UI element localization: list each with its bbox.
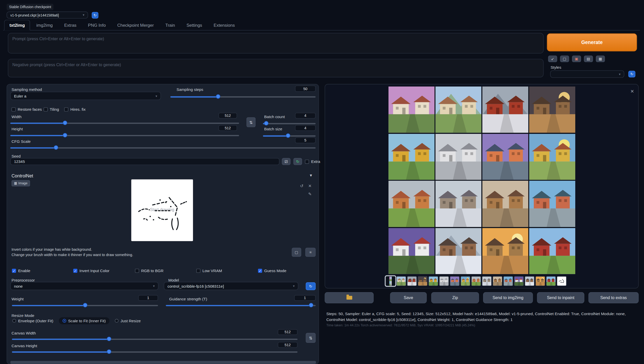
style-save-button[interactable]: ▦ (596, 55, 605, 62)
canvas-width-slider[interactable] (12, 337, 298, 342)
thumbnail-grid[interactable] (386, 276, 396, 286)
restore-faces-checkbox[interactable]: Restore faces (11, 107, 42, 111)
send-to-inpaint-button[interactable]: Send to inpaint (537, 292, 584, 303)
tab-checkpoint-merger[interactable]: Checkpoint Merger (112, 20, 159, 31)
reuse-seed-button[interactable]: ↻ (293, 158, 302, 165)
width-slider[interactable] (10, 121, 239, 126)
tab-train[interactable]: Train (160, 20, 180, 31)
gallery-image-11[interactable] (482, 181, 528, 227)
thumbnail-image-11[interactable] (493, 276, 502, 286)
canvas-height-value[interactable]: 512 (278, 342, 298, 348)
send-to-extras-button[interactable]: Send to extras (589, 292, 639, 303)
thumbnail-image-13[interactable] (514, 276, 524, 286)
cfg-scale-slider[interactable] (10, 145, 316, 151)
gallery-image-14[interactable] (435, 228, 481, 274)
gallery-image-6[interactable] (435, 134, 481, 180)
save-button[interactable]: Save (390, 292, 427, 303)
thumbnail-image-10[interactable] (482, 276, 492, 286)
gallery-image-5[interactable] (388, 134, 435, 180)
canvas-width-value[interactable]: 512 (278, 329, 298, 335)
checkpoint-refresh-button[interactable]: ↻ (92, 12, 99, 18)
zip-button[interactable]: Zip (431, 292, 479, 303)
clear-image-icon[interactable]: ✕ (308, 184, 312, 188)
gallery-image-4[interactable] (529, 86, 575, 133)
paste-params-button[interactable]: ↙ (548, 55, 557, 62)
resize-scale-to-fit-radio[interactable]: Scale to Fit (Inner Fit) (59, 317, 109, 324)
collapsed-accordion-bar[interactable] (10, 361, 316, 364)
preprocessor-select[interactable]: none ▾ (10, 282, 158, 290)
thumbnail-image-7[interactable] (450, 276, 460, 286)
gallery-image-15[interactable] (482, 228, 528, 274)
gallery-image-8[interactable] (529, 134, 575, 180)
thumbnail-image-16[interactable] (546, 276, 556, 286)
thumbnail-image-8[interactable] (460, 276, 470, 286)
thumbnail-image-6[interactable] (439, 276, 449, 286)
sampling-method-select[interactable]: Euler a ▾ (10, 92, 161, 100)
gallery-image-16[interactable] (529, 228, 575, 274)
tab-settings[interactable]: Settings (181, 20, 207, 31)
gallery-image-13[interactable] (388, 228, 435, 274)
gallery-image-7[interactable] (482, 134, 528, 180)
prompt-input[interactable] (8, 33, 544, 53)
style-apply-button[interactable]: ▤ (584, 55, 593, 62)
thumbnail-image-14[interactable] (525, 276, 535, 286)
open-new-canvas-button[interactable]: ▢ (292, 248, 301, 257)
canvas-settings-button[interactable]: ≡ (305, 248, 316, 257)
gallery-image-12[interactable] (529, 181, 575, 227)
negative-prompt-input[interactable] (8, 59, 544, 77)
guidance-strength-slider[interactable] (166, 303, 315, 308)
thumbnail-image-12[interactable] (503, 276, 513, 286)
hires-fix-checkbox[interactable]: Hires. fix (64, 107, 86, 111)
height-value[interactable]: 512 (218, 125, 237, 131)
sampling-steps-slider[interactable] (170, 94, 316, 100)
guidance-strength-value[interactable]: 1 (294, 295, 316, 301)
send-to-img2img-button[interactable]: Send to img2img (483, 292, 533, 303)
guess-mode-checkbox[interactable]: Guess Mode (258, 268, 286, 273)
tab-img2img[interactable]: img2img (31, 20, 58, 31)
low-vram-checkbox[interactable]: Low VRAM (196, 268, 222, 273)
close-gallery-icon[interactable]: ✕ (630, 89, 634, 94)
random-seed-button[interactable]: ⚂ (282, 158, 290, 165)
invert-input-color-checkbox[interactable]: Invert Input Color (73, 268, 109, 273)
thumbnail-image-5[interactable] (428, 276, 438, 286)
resize-just-resize-radio[interactable]: Just Resize (111, 317, 144, 324)
canvas-swap-dimensions-button[interactable]: ⇅ (306, 333, 316, 343)
controlnet-model-select[interactable]: control_scribble-fp16 [c508311e] ▾ (164, 282, 298, 290)
controlnet-enable-checkbox[interactable]: Enable (12, 268, 30, 273)
styles-select[interactable]: ▾ (550, 70, 624, 78)
seed-input[interactable]: 12345 (10, 158, 279, 165)
open-output-folder-button[interactable] (325, 292, 373, 303)
tab-extensions[interactable]: Extensions (208, 20, 240, 31)
thumbnail-image-3[interactable] (407, 276, 417, 286)
gallery-image-9[interactable] (388, 181, 435, 227)
controlnet-scribble-canvas[interactable]: Start drawing (131, 179, 193, 241)
batch-count-value[interactable]: 4 (295, 113, 316, 119)
tiling-checkbox[interactable]: Tiling (44, 107, 59, 111)
height-slider[interactable] (10, 133, 239, 138)
canvas-height-slider[interactable] (12, 349, 298, 355)
tab-png-info[interactable]: PNG Info (83, 20, 111, 31)
swap-dimensions-button[interactable]: ⇅ (246, 117, 256, 127)
clear-prompt-button[interactable]: ▢ (560, 55, 569, 62)
extra-networks-button[interactable]: ▣ (572, 55, 581, 62)
gallery-image-10[interactable] (435, 181, 481, 227)
thumbnail-image-4[interactable] (418, 276, 428, 286)
sampling-steps-value[interactable]: 50 (295, 86, 316, 92)
thumbnail-controlnet-map[interactable] (557, 276, 567, 286)
tab-txt2img[interactable]: txt2img (4, 20, 30, 31)
brush-icon[interactable]: ✎ (308, 192, 312, 196)
rgb-to-bgr-checkbox[interactable]: RGB to BGR (135, 268, 163, 273)
thumbnail-image-15[interactable] (535, 276, 545, 286)
styles-refresh-button[interactable]: ↻ (628, 71, 635, 77)
batch-size-value[interactable]: 4 (295, 125, 316, 131)
checkpoint-select[interactable]: v1-5-pruned.ckpt [e1441589a6] ▾ (7, 11, 88, 18)
tab-extras[interactable]: Extras (59, 20, 82, 31)
thumbnail-image-9[interactable] (471, 276, 481, 286)
thumbnail-image-2[interactable] (396, 276, 406, 286)
extra-seed-checkbox[interactable]: Extra (305, 159, 320, 164)
gallery-image-1[interactable] (388, 86, 435, 133)
controlnet-model-refresh-button[interactable]: ↻ (306, 282, 316, 290)
controlnet-title[interactable]: ControlNet (11, 173, 33, 178)
controlnet-weight-slider[interactable] (12, 303, 158, 308)
resize-envelope-radio[interactable]: Envelope (Outer Fit) (9, 317, 57, 324)
